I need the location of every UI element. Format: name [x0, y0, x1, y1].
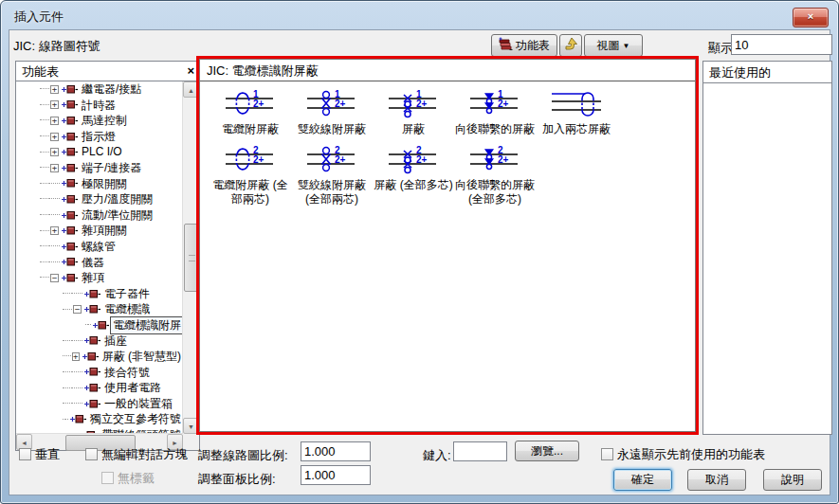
tree-item-label: 儀器 [80, 255, 106, 271]
tree-connector [72, 371, 82, 373]
panel-scale-input[interactable] [301, 465, 371, 485]
symbol-item[interactable]: 22+雙絞線附屏蔽 (全部兩芯) [291, 142, 373, 207]
tree-item[interactable]: 使用者電路 [17, 380, 183, 396]
symbol-item[interactable]: 22+屏蔽 (全部多芯) [373, 142, 454, 207]
expand-plus-icon[interactable]: + [50, 100, 59, 109]
menu-button[interactable]: 功能表 [491, 34, 557, 57]
symbol-item[interactable]: 加入兩芯屏蔽 [536, 86, 617, 136]
tree-item[interactable]: +端子/連接器 [17, 160, 183, 176]
recently-used-panel: 最近使用的 [702, 61, 832, 435]
symbol-label: 電纜附屏蔽 [222, 122, 279, 136]
tree-item-label: 插座 [102, 333, 129, 350]
tree-connector [49, 198, 60, 200]
cancel-button[interactable]: 取消 [687, 469, 746, 491]
tree-connector [65, 419, 68, 421]
tree-item[interactable]: 螺線管 [17, 239, 183, 255]
tree-connector [63, 355, 71, 357]
expand-plus-icon[interactable]: + [72, 352, 80, 361]
help-button[interactable]: 說明 [763, 469, 822, 491]
schematic-scale-input[interactable] [301, 441, 371, 461]
tree-connector [40, 230, 49, 232]
tree-item[interactable]: 極限開關 [17, 176, 183, 192]
tree-item[interactable]: +繼電器/接點 [17, 81, 183, 98]
symbol-item[interactable]: 22+向後聯繫的屏蔽 (全部多芯) [454, 142, 536, 207]
checkbox-box[interactable] [19, 448, 31, 460]
tree-connector [40, 214, 49, 216]
expand-plus-icon[interactable]: + [50, 133, 59, 141]
tree-item[interactable]: 接合符號 [17, 365, 183, 381]
tree-item[interactable]: +PLC I/O [17, 144, 183, 160]
component-node-icon [83, 383, 100, 393]
expand-plus-icon[interactable]: + [50, 117, 59, 125]
vertical-checkbox[interactable]: 垂直 [19, 446, 60, 463]
tree-item[interactable]: +指示燈 [17, 129, 183, 145]
type-in-input[interactable] [453, 441, 507, 461]
up-one-level-button[interactable] [559, 34, 582, 57]
symbol-label: 雙絞線附屏蔽 (全部兩芯) [292, 178, 372, 207]
component-node-icon [61, 257, 78, 267]
schematic-scale-label: 調整線路圖比例: [198, 447, 288, 464]
recently-used-list[interactable] [703, 83, 831, 434]
checkbox-box[interactable] [85, 448, 98, 460]
component-node-icon [83, 304, 100, 315]
tree-item-label: 一般的裝置箱 [102, 396, 174, 412]
tree-connector [40, 135, 49, 137]
tree-item[interactable]: 流動/準位開關 [17, 207, 183, 224]
component-node-icon [83, 289, 100, 299]
symbol-item[interactable]: 22+電纜附屏蔽 (全部兩芯) [210, 142, 291, 207]
expand-plus-icon[interactable]: + [50, 164, 59, 172]
collapse-minus-icon[interactable]: − [50, 274, 59, 282]
tree-item[interactable]: 獨立交互參考符號 [17, 411, 183, 427]
symbol-label: 向後聯繫的屏蔽 [455, 122, 535, 136]
display-count-input[interactable] [731, 34, 832, 55]
svg-text:2+: 2+ [498, 154, 509, 165]
menu-button-label: 功能表 [516, 38, 550, 54]
tree-item[interactable]: 壓力/溫度開關 [17, 191, 183, 207]
checkbox-box[interactable] [601, 448, 613, 460]
browse-button[interactable]: 瀏覽... [515, 441, 579, 461]
tree-item[interactable]: +雜項開關 [17, 223, 183, 239]
tree-item-label: 雜項開關 [80, 223, 129, 239]
component-node-icon [61, 194, 78, 205]
tree-item[interactable]: +計時器 [17, 98, 183, 114]
expand-plus-icon[interactable]: + [50, 85, 59, 94]
tree-connector [40, 261, 49, 263]
tree-item[interactable]: +馬達控制 [17, 113, 183, 129]
close-button[interactable]: × [793, 8, 829, 27]
symbol-item[interactable]: 12+向後聯繫的屏蔽 [454, 86, 536, 136]
tree-item[interactable]: 電子器件 [17, 286, 183, 302]
symbol-label: 電纜附屏蔽 (全部兩芯) [210, 178, 290, 207]
up-arrow-icon [563, 37, 578, 55]
add-two-core-shield-icon [550, 86, 603, 122]
expand-plus-icon[interactable]: + [50, 226, 59, 235]
tree-item[interactable]: 電纜標識附屏 [17, 317, 183, 333]
title-bar[interactable]: 插入元件 × [1, 1, 838, 29]
symbol-item[interactable]: 12+屏蔽 [373, 86, 454, 136]
tree-item[interactable]: −雜項 [17, 270, 183, 286]
tree-item[interactable]: 一般的裝置箱 [17, 396, 183, 412]
panel-scale-label: 調整面板比例: [198, 471, 276, 488]
tree-item[interactable]: 插座 [17, 333, 183, 350]
tree-item[interactable]: 儀器 [17, 255, 183, 271]
always-show-menu-checkbox[interactable]: 永遠顯示先前使用的功能表 [601, 446, 765, 463]
no-edit-dialog-checkbox[interactable]: 無編輯對話方塊 [85, 446, 188, 463]
tree-item[interactable]: +屏蔽 (非智慧型) [17, 349, 183, 365]
tree-item-label: 雜項 [80, 270, 106, 286]
tree-connector [40, 104, 49, 106]
tree-close-icon[interactable]: × [187, 63, 194, 78]
component-node-icon [61, 273, 78, 283]
symbol-item[interactable]: 12+電纜附屏蔽 [210, 86, 291, 136]
tree-item[interactable]: −電纜標識 [17, 301, 183, 317]
tree-connector [49, 261, 60, 263]
tree-connector [49, 214, 60, 216]
collapse-minus-icon[interactable]: − [73, 305, 82, 314]
view-dropdown-button[interactable]: 視圖 ▼ [584, 34, 643, 57]
ok-button[interactable]: 確定 [613, 469, 672, 491]
symbol-panel: JIC: 電纜標識附屏蔽 12+電纜附屏蔽12+雙絞線附屏蔽12+屏蔽12+向後… [196, 56, 699, 435]
menu-tree-panel: 功能表 × +繼電器/接點+計時器+馬達控制+指示燈+PLC I/O+端子/連接… [15, 61, 200, 451]
symbol-item[interactable]: 12+雙絞線附屏蔽 [291, 86, 373, 136]
expand-plus-icon[interactable]: + [50, 148, 59, 156]
tree-item-label: 電纜標識 [102, 301, 152, 317]
divider [200, 81, 695, 81]
backward-linked-shield-icon: 12+ [468, 86, 521, 122]
